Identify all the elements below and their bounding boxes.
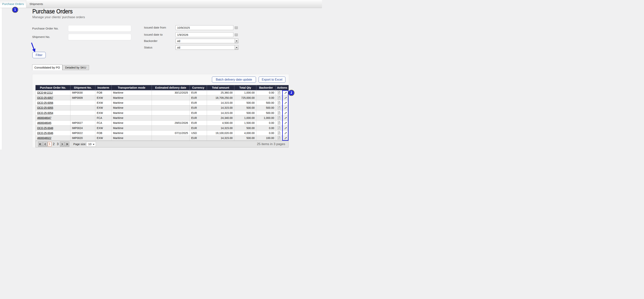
total-amount-cell: 14,315.00 — [207, 136, 234, 140]
calendar-icon[interactable] — [235, 33, 238, 36]
total-amount-cell: 4,500.00 — [207, 120, 234, 126]
total-qty-cell: 1,000.00 — [234, 90, 256, 95]
tab-detailed-by-sku-label: Detailed by SKU — [65, 66, 86, 69]
po-link[interactable]: OCO-25-0046 — [37, 132, 53, 134]
chevron-down-icon[interactable] — [235, 39, 238, 43]
page-size-dropdown[interactable]: 10 — [86, 142, 96, 147]
issued-date-to-label: Issued date to — [144, 33, 162, 36]
purchase-order-no-input[interactable] — [68, 25, 131, 32]
pager-prev-button[interactable] — [43, 142, 48, 147]
filter-button[interactable]: Filter — [32, 52, 46, 58]
po-cell: 4600048022 — [36, 136, 70, 140]
pdf-export-icon[interactable] — [278, 111, 280, 114]
backorder-cell: 0.00 — [256, 95, 276, 100]
po-link[interactable]: OCO-25-0057 — [37, 96, 53, 99]
pdf-export-icon[interactable] — [278, 131, 280, 134]
page-size-value: 10 — [88, 142, 92, 146]
issued-date-to-input[interactable]: 1/9/2026 — [176, 32, 233, 37]
total-amount-cell: 19,100,020.00 — [207, 130, 234, 136]
tab-purchase-orders[interactable]: Purchase Orders — [0, 0, 26, 8]
shipment-no-input[interactable] — [68, 34, 131, 40]
pager-first-button[interactable] — [38, 142, 43, 147]
po-link[interactable]: 4600048045 — [37, 121, 51, 124]
col-header-total-amount[interactable]: Total amount — [207, 85, 234, 90]
pdf-export-icon[interactable] — [278, 96, 280, 99]
total-qty-cell: 500.00 — [234, 105, 256, 110]
col-header-backorder[interactable]: Backorder — [256, 85, 276, 90]
backorder-cell: 500.00 — [256, 100, 276, 105]
export-to-excel-button[interactable]: Export to Excel — [259, 76, 286, 83]
transportation-mode-cell: Maritime — [112, 90, 152, 95]
col-header-incoterm[interactable]: Incoterm — [95, 85, 112, 90]
po-link[interactable]: 4600048047 — [37, 116, 51, 120]
table-row: OCO-25-0055 EXW Maritime EUR 14,315.00 5… — [36, 105, 289, 110]
po-link[interactable]: OCO-25-0048 — [37, 126, 53, 130]
left-margin-strip — [0, 8, 2, 150]
incoterm-cell: EXW — [95, 100, 112, 105]
issued-date-from-input[interactable]: 10/9/2025 — [176, 25, 233, 30]
po-link[interactable]: OCO-25-0056 — [37, 101, 53, 104]
total-amount-cell: 14,315.00 — [207, 100, 234, 105]
shipment-cell: IMP0009 — [70, 95, 95, 100]
pager-page-3[interactable]: 3 — [56, 142, 59, 146]
pdf-export-icon[interactable] — [278, 91, 280, 94]
estimated-delivery-date-cell: 30/12/2025 — [152, 90, 190, 95]
incoterm-cell: FOB — [95, 90, 112, 95]
pdf-cell — [276, 110, 282, 115]
pager-next-button[interactable] — [60, 142, 64, 147]
chevron-down-icon[interactable] — [235, 45, 238, 50]
transportation-mode-cell: Maritime — [112, 126, 152, 130]
batch-button-label: Batch delivery date update — [216, 78, 252, 81]
incoterm-cell: EXW — [95, 110, 112, 115]
batch-delivery-date-update-button[interactable]: Batch delivery date update — [212, 76, 256, 83]
pdf-export-icon[interactable] — [278, 126, 280, 129]
page-subtitle: Manage your clients’ purchase orders — [32, 15, 85, 19]
status-dropdown[interactable]: All — [176, 45, 238, 50]
tab-shipments[interactable]: Shipments — [26, 0, 46, 8]
col-header-shipment-no[interactable]: Shipment No. — [70, 85, 95, 90]
po-link[interactable]: OCO-25-0055 — [37, 106, 53, 109]
col-header-currency[interactable]: Currency — [190, 85, 207, 90]
po-link[interactable]: 4600048022 — [37, 136, 51, 140]
pager-last-button[interactable] — [65, 142, 69, 147]
transportation-mode-cell: Maritime — [112, 130, 152, 136]
total-qty-cell: 4,000.00 — [234, 130, 256, 136]
currency-cell: EUR — [190, 116, 207, 120]
pdf-export-icon[interactable] — [278, 106, 280, 109]
col-header-transportation-mode[interactable]: Transportation mode — [112, 85, 152, 90]
table-row: OCO-25-0046 IMP0022 FOB Maritime 07/11/2… — [36, 130, 289, 136]
po-link[interactable]: OCO-W-2212 — [37, 91, 53, 94]
table-body: OCO-W-2212 IMP0030 FOB Maritime 30/12/20… — [36, 90, 289, 140]
transportation-mode-cell: Maritime — [112, 105, 152, 110]
backorder-dropdown-value: All — [177, 40, 180, 43]
backorder-cell: 0.00 — [256, 120, 276, 126]
po-cell: OCO-25-0056 — [36, 100, 70, 105]
transportation-mode-cell: Maritime — [112, 136, 152, 140]
col-header-estimated-delivery-date[interactable]: Estimated delivery date — [152, 85, 190, 90]
transportation-mode-cell: Maritime — [112, 100, 152, 105]
po-link[interactable]: OCO-25-0054 — [37, 112, 53, 114]
calendar-icon[interactable] — [235, 26, 238, 29]
tab-consolidated-by-po[interactable]: Consolidated by PO — [32, 64, 62, 70]
total-amount-cell: 14,315.00 — [207, 126, 234, 130]
pdf-export-icon[interactable] — [278, 116, 280, 119]
backorder-dropdown[interactable]: All — [176, 39, 238, 43]
total-qty-cell: 500.00 — [234, 110, 256, 115]
currency-cell: EUR — [190, 126, 207, 130]
table-row: OCO-25-0057 IMP0009 EXW Maritime EUR 18,… — [36, 95, 289, 100]
pager-current-page[interactable]: 1 — [48, 142, 52, 146]
tab-detailed-by-sku[interactable]: Detailed by SKU — [62, 65, 89, 70]
col-header-purchase-order-no[interactable]: Purchase Order No. — [36, 85, 70, 90]
pager-page-2[interactable]: 2 — [52, 142, 55, 146]
col-header-total-qty[interactable]: Total Qty — [234, 85, 256, 90]
pdf-cell — [276, 120, 282, 126]
pdf-export-icon[interactable] — [278, 101, 280, 104]
incoterm-cell: EXW — [95, 126, 112, 130]
pdf-export-icon[interactable] — [278, 136, 280, 139]
incoterm-cell: FCA — [95, 120, 112, 126]
status-label: Status — [144, 46, 152, 49]
status-dropdown-value: All — [177, 46, 180, 49]
backorder-cell: 500.00 — [256, 105, 276, 110]
pdf-export-icon[interactable] — [278, 121, 280, 124]
po-cell: OCO-25-0048 — [36, 126, 70, 130]
